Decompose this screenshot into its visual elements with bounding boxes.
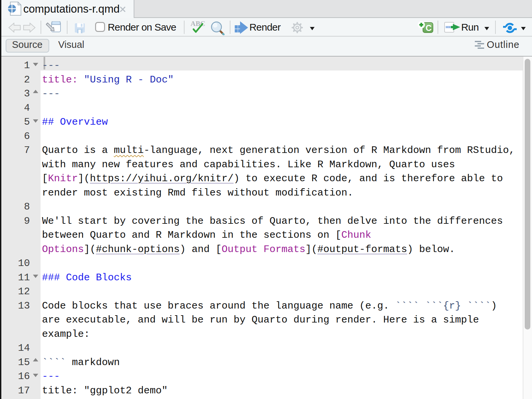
- svg-text:C: C: [426, 23, 432, 33]
